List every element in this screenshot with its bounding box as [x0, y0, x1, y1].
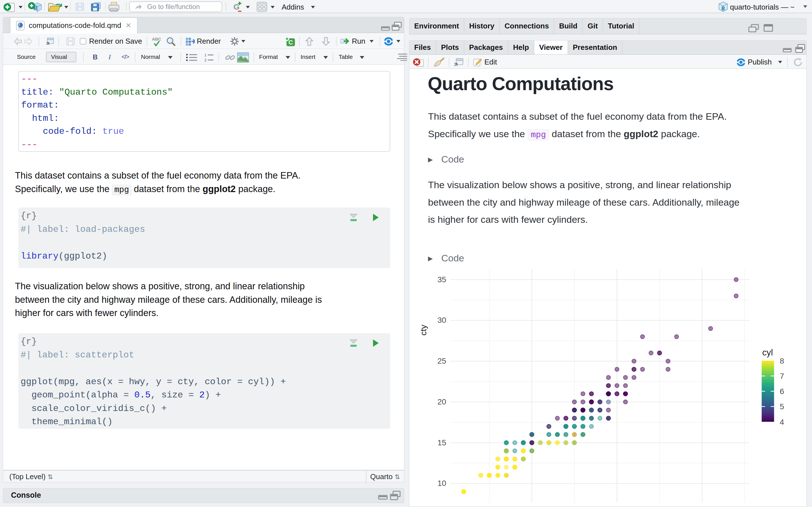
- svg-text:35: 35: [437, 275, 446, 284]
- svg-text:10: 10: [437, 479, 446, 488]
- svg-text:8: 8: [780, 356, 784, 365]
- svg-text:cty: cty: [419, 325, 428, 335]
- svg-text:4: 4: [780, 418, 784, 427]
- svg-text:25: 25: [437, 356, 446, 365]
- svg-text:15: 15: [437, 438, 446, 447]
- svg-text:ABC: ABC: [152, 37, 161, 41]
- svg-text:cyl: cyl: [762, 348, 773, 357]
- svg-text:1: 1: [204, 53, 206, 57]
- svg-text:C: C: [289, 39, 293, 46]
- svg-text:30: 30: [437, 316, 446, 325]
- svg-text:20: 20: [437, 397, 446, 406]
- svg-text:7: 7: [780, 372, 784, 381]
- svg-text:6: 6: [780, 387, 784, 396]
- svg-text:2: 2: [204, 58, 206, 62]
- svg-text:R: R: [721, 5, 725, 11]
- svg-text:5: 5: [780, 402, 784, 411]
